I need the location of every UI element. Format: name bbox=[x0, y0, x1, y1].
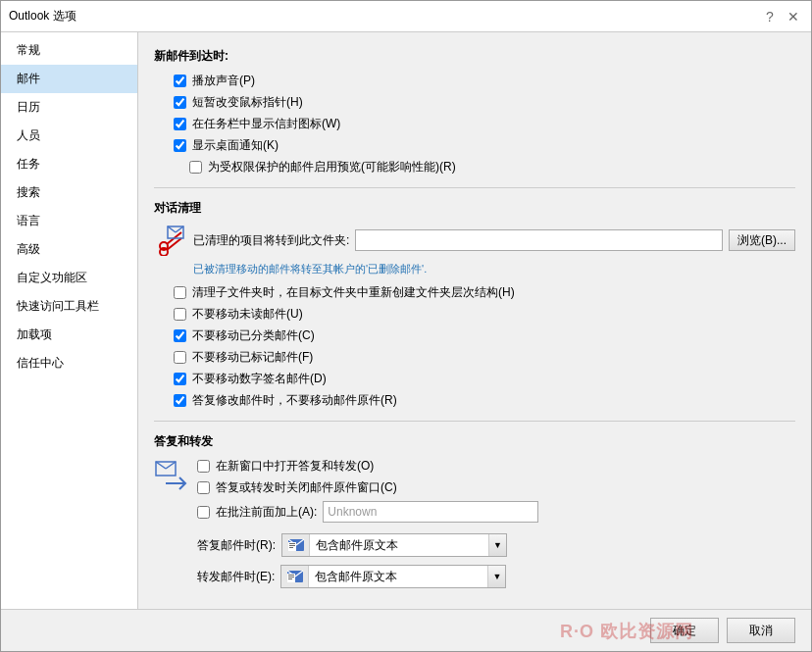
show-desktop-label: 显示桌面通知(K) bbox=[192, 137, 279, 154]
sidebar-item-mail[interactable]: 邮件 bbox=[1, 65, 137, 93]
folder-label: 已清理的项目将转到此文件夹: bbox=[193, 232, 349, 249]
show-taskbar-checkbox[interactable] bbox=[174, 118, 186, 130]
sidebar-item-addins[interactable]: 加载项 bbox=[1, 321, 137, 349]
reply-forward-icon bbox=[154, 458, 189, 493]
no-move-digital-row: 不要移动数字签名邮件(D) bbox=[174, 371, 795, 387]
dialog-title: Outlook 选项 bbox=[9, 8, 76, 25]
sidebar-item-trustcenter[interactable]: 信任中心 bbox=[1, 349, 137, 377]
reply-dropdown-icon bbox=[282, 534, 310, 556]
change-cursor-checkbox[interactable] bbox=[174, 96, 186, 109]
no-move-flagged-row: 不要移动已标记邮件(F) bbox=[174, 349, 795, 366]
enable-preview-label: 为受权限保护的邮件启用预览(可能影响性能)(R) bbox=[208, 159, 456, 176]
new-mail-section: 新邮件到达时: 播放声音(P) 短暂改变鼠标指针(H) 在任务栏中显示信封图标(… bbox=[154, 48, 795, 176]
no-move-flagged-checkbox[interactable] bbox=[174, 351, 186, 364]
show-taskbar-label: 在任务栏中显示信封图标(W) bbox=[192, 116, 340, 132]
svg-rect-23 bbox=[288, 577, 294, 577]
forward-dropdown[interactable]: 包含邮件原文本 ▼ bbox=[280, 565, 506, 588]
close-button[interactable]: ✕ bbox=[784, 7, 803, 26]
open-new-window-row: 在新窗口中打开答复和转发(O) bbox=[197, 458, 795, 475]
title-controls: ? ✕ bbox=[760, 7, 803, 26]
reply-label: 答复邮件时(R): bbox=[197, 537, 276, 554]
browse-button[interactable]: 浏览(B)... bbox=[729, 229, 795, 251]
ok-button[interactable]: 确定 bbox=[650, 618, 719, 643]
show-taskbar-row: 在任务栏中显示信封图标(W) bbox=[174, 116, 795, 132]
sidebar-item-search[interactable]: 搜索 bbox=[1, 178, 137, 207]
dialog-body: 常规邮件日历人员任务搜索语言高级自定义功能区快速访问工具栏加载项信任中心 新邮件… bbox=[1, 32, 811, 609]
sidebar-item-tasks[interactable]: 任务 bbox=[1, 150, 137, 178]
change-cursor-row: 短暂改变鼠标指针(H) bbox=[174, 94, 795, 111]
svg-rect-15 bbox=[289, 543, 295, 544]
sidebar-item-advanced[interactable]: 高级 bbox=[1, 235, 137, 264]
reply-dropdown[interactable]: 包含邮件原文本 ▼ bbox=[281, 533, 507, 557]
reply-options: 在新窗口中打开答复和转发(O) 答复或转发时关闭邮件原件窗口(C) 在批注前面加… bbox=[197, 458, 795, 527]
enable-preview-checkbox[interactable] bbox=[189, 161, 202, 174]
no-move-categorized-row: 不要移动已分类邮件(C) bbox=[174, 327, 795, 344]
svg-line-8 bbox=[156, 462, 166, 469]
no-move-on-reply-label: 答复修改邮件时，不要移动邮件原件(R) bbox=[192, 392, 397, 409]
prefix-row: 在批注前面加上(A): Unknown bbox=[197, 501, 795, 523]
divider-2 bbox=[154, 421, 795, 422]
no-move-categorized-label: 不要移动已分类邮件(C) bbox=[192, 327, 315, 344]
forward-dropdown-row: 转发邮件时(E): bbox=[197, 565, 795, 588]
folder-row: 已清理的项目将转到此文件夹: 浏览(B)... bbox=[154, 225, 795, 256]
sidebar-item-quickaccess[interactable]: 快速访问工具栏 bbox=[1, 292, 137, 321]
open-new-window-label: 在新窗口中打开答复和转发(O) bbox=[216, 458, 374, 475]
reply-dropdown-text: 包含邮件原文本 bbox=[310, 537, 488, 554]
divider-1 bbox=[154, 187, 795, 188]
close-on-reply-checkbox[interactable] bbox=[197, 481, 210, 494]
reply-dropdown-arrow: ▼ bbox=[488, 534, 506, 556]
svg-line-6 bbox=[176, 226, 183, 232]
reply-icon-row: 在新窗口中打开答复和转发(O) 答复或转发时关闭邮件原件窗口(C) 在批注前面加… bbox=[154, 458, 795, 527]
sidebar-item-language[interactable]: 语言 bbox=[1, 207, 137, 235]
clean-subfolder-checkbox[interactable] bbox=[174, 286, 186, 299]
sidebar-item-people[interactable]: 人员 bbox=[1, 122, 137, 150]
title-bar: Outlook 选项 ? ✕ bbox=[1, 1, 811, 32]
show-desktop-checkbox[interactable] bbox=[174, 139, 186, 152]
svg-rect-17 bbox=[289, 547, 293, 548]
conv-clean-section: 对话清理 bbox=[154, 200, 795, 409]
no-move-unread-checkbox[interactable] bbox=[174, 308, 186, 321]
help-button[interactable]: ? bbox=[760, 7, 780, 26]
no-move-categorized-checkbox[interactable] bbox=[174, 329, 186, 342]
forward-dropdown-arrow: ▼ bbox=[487, 566, 505, 587]
forward-dropdown-text: 包含邮件原文本 bbox=[309, 569, 487, 585]
svg-line-5 bbox=[168, 226, 176, 232]
svg-rect-24 bbox=[288, 578, 292, 579]
sidebar-item-customize[interactable]: 自定义功能区 bbox=[1, 264, 137, 292]
no-move-on-reply-row: 答复修改邮件时，不要移动邮件原件(R) bbox=[174, 392, 795, 409]
play-sound-checkbox[interactable] bbox=[174, 75, 186, 87]
clean-subfolder-label: 清理子文件夹时，在目标文件夹中重新创建文件夹层次结构(H) bbox=[192, 284, 515, 301]
clean-icon bbox=[154, 225, 185, 256]
no-move-on-reply-checkbox[interactable] bbox=[174, 394, 186, 407]
new-mail-title: 新邮件到达时: bbox=[154, 48, 795, 65]
cancel-button[interactable]: 取消 bbox=[727, 618, 795, 643]
sidebar-item-general[interactable]: 常规 bbox=[1, 36, 137, 65]
sidebar-item-calendar[interactable]: 日历 bbox=[1, 93, 137, 122]
no-move-unread-row: 不要移动未读邮件(U) bbox=[174, 306, 795, 323]
forward-label: 转发邮件时(E): bbox=[197, 569, 275, 585]
change-cursor-label: 短暂改变鼠标指针(H) bbox=[192, 94, 303, 111]
play-sound-row: 播放声音(P) bbox=[174, 73, 795, 89]
no-move-digital-label: 不要移动数字签名邮件(D) bbox=[192, 371, 327, 387]
add-prefix-checkbox[interactable] bbox=[197, 506, 210, 519]
clean-subfolder-row: 清理子文件夹时，在目标文件夹中重新创建文件夹层次结构(H) bbox=[174, 284, 795, 301]
sidebar: 常规邮件日历人员任务搜索语言高级自定义功能区快速访问工具栏加载项信任中心 bbox=[1, 32, 138, 609]
show-desktop-row: 显示桌面通知(K) bbox=[174, 137, 795, 154]
add-prefix-label: 在批注前面加上(A): bbox=[216, 504, 317, 521]
reply-forward-section: 答复和转发 bbox=[154, 433, 795, 588]
close-on-reply-row: 答复或转发时关闭邮件原件窗口(C) bbox=[197, 479, 795, 496]
main-content: 新邮件到达时: 播放声音(P) 短暂改变鼠标指针(H) 在任务栏中显示信封图标(… bbox=[138, 32, 811, 609]
forward-dropdown-icon bbox=[281, 566, 309, 587]
outlook-options-dialog: Outlook 选项 ? ✕ 常规邮件日历人员任务搜索语言高级自定义功能区快速访… bbox=[0, 0, 812, 652]
svg-line-9 bbox=[166, 462, 176, 469]
svg-rect-22 bbox=[288, 575, 294, 576]
conv-clean-note: 已被清理移动的邮件将转至其帐户的'已删除邮件'. bbox=[193, 262, 795, 276]
open-new-window-checkbox[interactable] bbox=[197, 460, 210, 473]
folder-input-row: 已清理的项目将转到此文件夹: 浏览(B)... bbox=[193, 229, 795, 251]
dialog-footer: R·O 欧比资源网 确定 取消 bbox=[1, 609, 811, 651]
no-move-digital-checkbox[interactable] bbox=[174, 373, 186, 385]
folder-input[interactable] bbox=[355, 229, 723, 251]
prefix-input[interactable]: Unknown bbox=[323, 501, 538, 523]
svg-rect-16 bbox=[289, 545, 295, 546]
play-sound-label: 播放声音(P) bbox=[192, 73, 255, 89]
